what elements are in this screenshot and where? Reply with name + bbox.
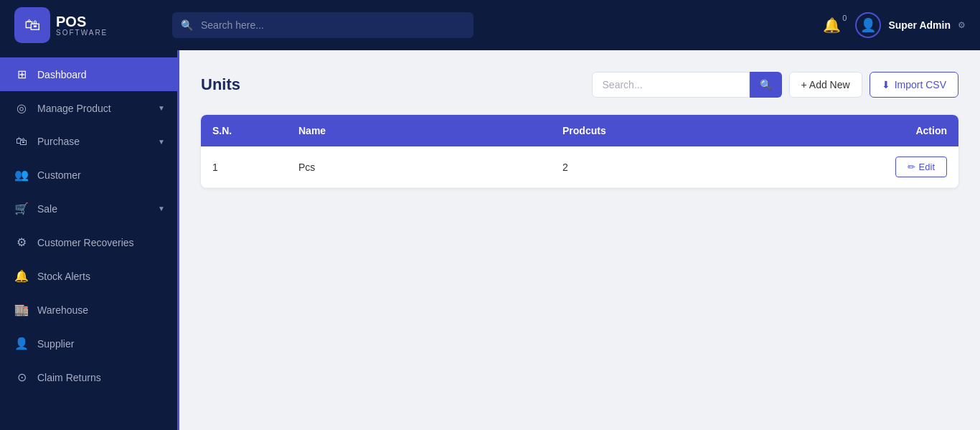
sidebar-label-stock-alerts: Stock Alerts <box>37 271 165 282</box>
sale-icon: 🛒 <box>14 202 29 215</box>
sidebar: ⊞ Dashboard ◎ Manage Product ▼ 🛍 Purchas… <box>0 50 179 430</box>
import-icon: ⬇ <box>882 79 890 90</box>
sidebar-label-customer-recoveries: Customer Recoveries <box>37 237 165 248</box>
manage-product-icon: ◎ <box>14 101 29 115</box>
add-new-button[interactable]: + Add New <box>789 72 862 98</box>
page-header: Units 🔍 + Add New ⬇ Import CSV <box>201 72 958 98</box>
sidebar-item-manage-product[interactable]: ◎ Manage Product ▼ <box>0 91 179 125</box>
user-menu[interactable]: 👤 Super Admin ⚙ <box>855 12 966 38</box>
edit-button[interactable]: ✏ Edit <box>895 156 947 177</box>
main-content: Units 🔍 + Add New ⬇ Import CSV S.N. Name… <box>179 50 980 430</box>
row-products: 2 <box>551 151 815 183</box>
customer-recoveries-icon: ⚙ <box>14 235 29 249</box>
sidebar-label-purchase: Purchase <box>37 136 149 147</box>
edit-label: Edit <box>919 162 935 172</box>
sidebar-item-dashboard[interactable]: ⊞ Dashboard <box>0 57 179 91</box>
sidebar-label-customer: Customer <box>37 169 165 181</box>
topbar: 🛍 POS SOFTWARE 🔍 🔔 0 👤 Super Admin ⚙ <box>0 0 980 50</box>
topbar-search-input[interactable] <box>172 12 473 38</box>
logo-icon: 🛍 <box>14 7 50 43</box>
layout: ⊞ Dashboard ◎ Manage Product ▼ 🛍 Purchas… <box>0 50 980 430</box>
sidebar-item-customer[interactable]: 👥 Customer <box>0 158 179 192</box>
col-header-action: Action <box>815 115 958 146</box>
sidebar-label-sale: Sale <box>37 203 149 215</box>
edit-icon: ✏ <box>908 162 915 172</box>
logo-pos-text: POS <box>56 14 108 29</box>
col-header-sn: S.N. <box>201 115 287 146</box>
claim-returns-icon: ⊙ <box>14 370 29 384</box>
header-actions: 🔍 + Add New ⬇ Import CSV <box>592 72 958 98</box>
notification-bell[interactable]: 🔔 0 <box>823 17 841 34</box>
user-caret-icon: ⚙ <box>958 20 966 30</box>
sidebar-label-supplier: Supplier <box>37 338 165 350</box>
warehouse-icon: 🏬 <box>14 303 29 317</box>
notification-count: 0 <box>842 14 847 22</box>
sidebar-label-claim-returns: Claim Returns <box>37 372 165 383</box>
import-csv-label: Import CSV <box>895 79 946 90</box>
table-search-input[interactable] <box>592 72 750 98</box>
supplier-icon: 👤 <box>14 337 29 350</box>
topbar-search-icon: 🔍 <box>181 19 193 31</box>
user-avatar-icon: 👤 <box>855 12 881 38</box>
sidebar-label-dashboard: Dashboard <box>37 69 165 80</box>
logo-text: POS SOFTWARE <box>56 14 108 37</box>
table-header: S.N. Name Prodcuts Action <box>201 115 958 146</box>
topbar-right: 🔔 0 👤 Super Admin ⚙ <box>823 12 966 38</box>
logo-area: 🛍 POS SOFTWARE <box>14 7 158 43</box>
table-search-wrap: 🔍 <box>592 72 782 98</box>
sidebar-item-stock-alerts[interactable]: 🔔 Stock Alerts <box>0 259 179 293</box>
stock-alerts-icon: 🔔 <box>14 269 29 283</box>
sale-arrow-icon: ▼ <box>158 205 165 212</box>
sidebar-item-supplier[interactable]: 👤 Supplier <box>0 327 179 360</box>
import-csv-button[interactable]: ⬇ Import CSV <box>870 72 958 98</box>
table-row: 1 Pcs 2 ✏ Edit <box>201 146 958 188</box>
sidebar-label-manage-product: Manage Product <box>37 103 149 114</box>
logo-software-text: SOFTWARE <box>56 29 108 37</box>
purchase-icon: 🛍 <box>14 135 29 148</box>
sidebar-label-warehouse: Warehouse <box>37 304 165 316</box>
user-name-label: Super Admin <box>888 19 951 31</box>
purchase-arrow-icon: ▼ <box>158 138 165 146</box>
topbar-search: 🔍 <box>172 12 473 38</box>
sidebar-item-purchase[interactable]: 🛍 Purchase ▼ <box>0 125 179 158</box>
table-search-button[interactable]: 🔍 <box>750 72 782 98</box>
dashboard-icon: ⊞ <box>14 67 29 81</box>
sidebar-item-sale[interactable]: 🛒 Sale ▼ <box>0 192 179 225</box>
page-title: Units <box>201 75 240 94</box>
row-action: ✏ Edit <box>815 146 958 187</box>
units-table: S.N. Name Prodcuts Action 1 Pcs 2 ✏ Edit <box>201 115 958 188</box>
sidebar-item-claim-returns[interactable]: ⊙ Claim Returns <box>0 360 179 394</box>
customer-icon: 👥 <box>14 168 29 182</box>
row-name: Pcs <box>287 151 551 183</box>
col-header-name: Name <box>287 115 551 146</box>
sidebar-item-customer-recoveries[interactable]: ⚙ Customer Recoveries <box>0 225 179 259</box>
sidebar-item-warehouse[interactable]: 🏬 Warehouse <box>0 293 179 327</box>
manage-product-arrow-icon: ▼ <box>158 104 165 112</box>
col-header-products: Prodcuts <box>551 115 815 146</box>
row-sn: 1 <box>201 151 287 183</box>
